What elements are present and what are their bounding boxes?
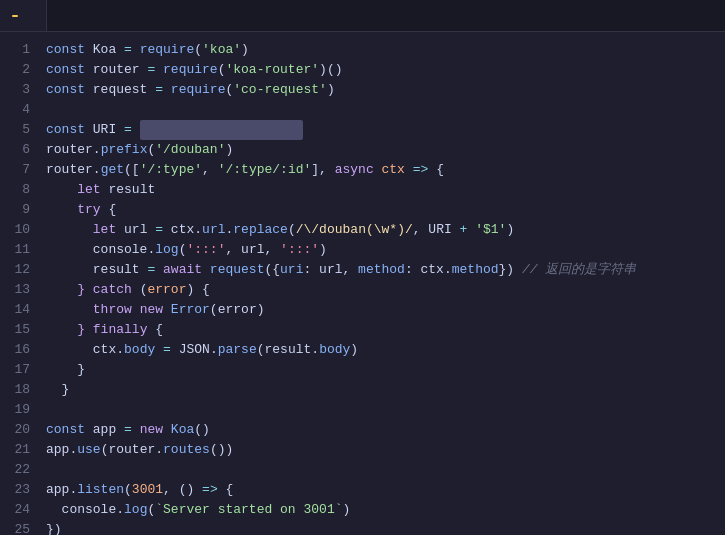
- token-punc: }): [499, 260, 522, 280]
- token-op: =>: [202, 480, 218, 500]
- line-number: 24: [0, 500, 30, 520]
- token-punc: .: [194, 220, 202, 240]
- token-str: 'co-request': [233, 80, 327, 100]
- token-punc: :: [303, 260, 319, 280]
- token-punc: ()): [210, 440, 233, 460]
- token-kw: throw: [93, 300, 140, 320]
- token-punc: [46, 340, 93, 360]
- code-line: }): [46, 520, 725, 535]
- code-line: router.get(['/:type', '/:type/:id'], asy…: [46, 160, 725, 180]
- line-number: 4: [0, 100, 30, 120]
- token-punc: :: [405, 260, 421, 280]
- token-fn: request: [210, 260, 265, 280]
- token-var: router: [108, 440, 155, 460]
- token-punc: ({: [264, 260, 280, 280]
- token-punc: }): [46, 520, 62, 535]
- token-method: parse: [218, 340, 257, 360]
- token-str: '$1': [475, 220, 506, 240]
- token-var: console: [93, 240, 148, 260]
- code-line: [46, 460, 725, 480]
- token-punc: (: [288, 220, 296, 240]
- token-str: 'koa-router': [225, 60, 319, 80]
- token-punc: ,: [264, 240, 280, 260]
- token-var: app: [93, 420, 124, 440]
- token-param: error: [147, 280, 186, 300]
- token-comment: // 返回的是字符串: [522, 260, 636, 280]
- token-op: =: [163, 340, 179, 360]
- token-kw: } catch: [77, 280, 139, 300]
- code-line: }: [46, 380, 725, 400]
- token-punc: ): [350, 340, 358, 360]
- token-method: log: [155, 240, 178, 260]
- token-op: =>: [405, 160, 436, 180]
- token-punc: [46, 200, 77, 220]
- line-number: 13: [0, 280, 30, 300]
- token-punc: ): [225, 140, 233, 160]
- token-punc: (: [257, 340, 265, 360]
- line-number: 22: [0, 460, 30, 480]
- token-punc: ,: [413, 220, 429, 240]
- token-punc: .: [69, 480, 77, 500]
- line-number: 19: [0, 400, 30, 420]
- line-number: 16: [0, 340, 30, 360]
- token-kw: async: [335, 160, 382, 180]
- token-var: ctx: [171, 220, 194, 240]
- code-line: result = await request({uri: url, method…: [46, 260, 725, 280]
- token-punc: {: [436, 160, 444, 180]
- token-punc: .: [155, 440, 163, 460]
- token-obj-key: uri: [280, 260, 303, 280]
- token-method: log: [124, 500, 147, 520]
- token-kw: await: [163, 260, 210, 280]
- token-punc: [46, 260, 93, 280]
- token-var: Koa: [93, 40, 124, 60]
- token-op: =: [124, 120, 140, 140]
- token-punc: ): [319, 240, 327, 260]
- line-number: 20: [0, 420, 30, 440]
- token-punc: (: [218, 60, 226, 80]
- token-kw: let: [77, 180, 108, 200]
- token-punc: .: [210, 340, 218, 360]
- token-fn: Koa: [171, 420, 194, 440]
- token-method: url: [202, 220, 225, 240]
- token-var: router: [46, 140, 93, 160]
- token-var: app: [46, 480, 69, 500]
- token-kw: } finally: [77, 320, 155, 340]
- token-punc: .: [93, 140, 101, 160]
- token-punc: )(): [319, 60, 342, 80]
- token-punc: }: [77, 360, 85, 380]
- code-line: const app = new Koa(): [46, 420, 725, 440]
- token-method: prefix: [101, 140, 148, 160]
- token-obj-key: method: [358, 260, 405, 280]
- token-str: '/:type/:id': [218, 160, 312, 180]
- token-punc: ,: [225, 240, 241, 260]
- token-str2: ':::': [280, 240, 319, 260]
- token-method: replace: [233, 220, 288, 240]
- code-line: const request = require('co-request'): [46, 80, 725, 100]
- token-punc: [46, 380, 62, 400]
- token-method: method: [452, 260, 499, 280]
- token-punc: [46, 320, 77, 340]
- code-area[interactable]: const Koa = require('koa')const router =…: [42, 32, 725, 535]
- line-number: 15: [0, 320, 30, 340]
- token-punc: [46, 280, 77, 300]
- token-punc: , (): [163, 480, 202, 500]
- code-line: app.listen(3001, () => {: [46, 480, 725, 500]
- token-fn: require: [171, 80, 226, 100]
- token-kw2: const: [46, 420, 93, 440]
- token-punc: .: [311, 340, 319, 360]
- line-number: 10: [0, 220, 30, 240]
- token-method: get: [101, 160, 124, 180]
- tab-app-js[interactable]: [0, 0, 47, 31]
- token-punc: ([: [124, 160, 140, 180]
- token-punc: ): [342, 500, 350, 520]
- token-var: url: [124, 220, 155, 240]
- token-punc: {: [108, 200, 116, 220]
- token-punc: ,: [202, 160, 218, 180]
- token-punc: (: [140, 280, 148, 300]
- token-punc: ,: [342, 260, 358, 280]
- line-number: 5: [0, 120, 30, 140]
- token-punc: }: [62, 380, 70, 400]
- token-punc: .: [147, 240, 155, 260]
- token-var: JSON: [179, 340, 210, 360]
- token-punc: ): [327, 80, 335, 100]
